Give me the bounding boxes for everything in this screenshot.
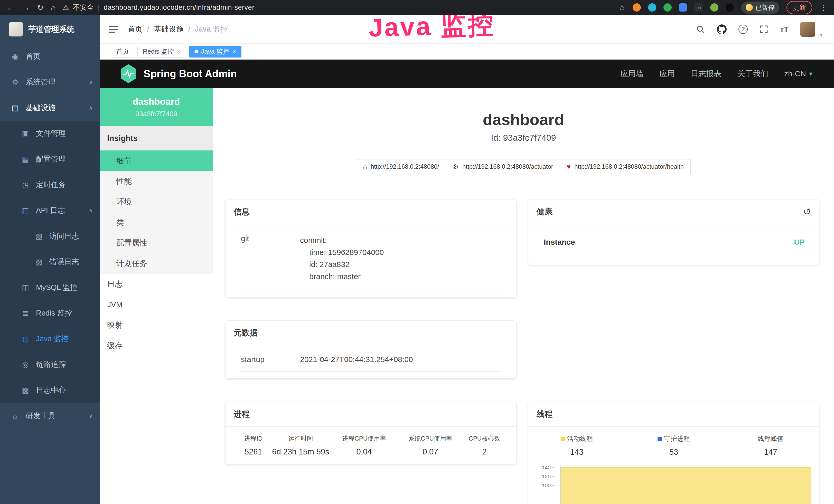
extension-icon-on-badge[interactable]: on <box>694 3 703 12</box>
sidebar-item-label: 日志中心 <box>36 385 66 395</box>
y-axis-tick: 140 <box>537 464 554 471</box>
sidebar-item-home[interactable]: ◉ 首页 <box>0 44 100 69</box>
hamburger-icon[interactable] <box>109 25 118 33</box>
search-icon[interactable] <box>696 25 705 34</box>
history-icon[interactable]: ↺ <box>803 206 811 217</box>
app-logo-row[interactable]: 芋道管理系统 <box>0 15 100 44</box>
tab-label: Redis 监控 <box>143 47 174 56</box>
app-sidebar: 芋道管理系统 ◉ 首页 ⚙ 系统管理 ∨ ▤ 基础设施 ∧ ▣ 文件管理 ▦ 配… <box>0 15 100 504</box>
extension-icon-4[interactable] <box>679 3 687 12</box>
extension-icon-1[interactable] <box>633 3 641 12</box>
sidebar-item-config[interactable]: ▦ 配置管理 <box>0 146 100 172</box>
tab-label: 首页 <box>116 47 129 56</box>
link-actuator-url[interactable]: ⚙ http://192.168.0.2:48080/actuator <box>446 159 560 174</box>
sidebar-item-label: 基础设施 <box>26 103 56 113</box>
sidebar-item-java-monitor[interactable]: ◍ Java 监控 <box>0 326 100 352</box>
breadcrumb-infrastructure[interactable]: 基础设施 <box>154 24 184 35</box>
sba-item-configprops[interactable]: 配置属性 <box>100 233 213 253</box>
sba-nav-applications[interactable]: 应用 <box>659 69 675 79</box>
sba-item-environment[interactable]: 环境 <box>100 191 213 212</box>
security-warning-icon[interactable]: ⚠ <box>63 4 69 12</box>
avatar-caret-icon[interactable]: ▾ <box>820 32 823 39</box>
link-health-url[interactable]: ♥ http://192.168.0.2:48080/actuator/heal… <box>560 159 691 174</box>
locale-selector[interactable]: zh-CN ▾ <box>784 69 812 78</box>
back-icon[interactable]: ← <box>7 4 15 12</box>
sba-nav-about[interactable]: 关于我们 <box>738 69 768 79</box>
tab-redis-monitor[interactable]: Redis 监控 × <box>137 46 186 58</box>
sba-item-jvm[interactable]: JVM <box>100 294 213 315</box>
sba-item-metrics[interactable]: 性能 <box>100 171 213 191</box>
sba-item-mappings[interactable]: 映射 <box>100 315 213 335</box>
kebab-menu-icon[interactable]: ⋮ <box>819 4 827 12</box>
github-icon[interactable] <box>717 24 727 34</box>
browser-home-icon[interactable]: ⌂ <box>51 4 56 12</box>
update-button[interactable]: 更新 <box>787 1 812 14</box>
sidebar-item-access-log[interactable]: ▧ 访问日志 <box>0 223 100 249</box>
legend-label: 守护进程 <box>664 434 690 443</box>
sidebar-item-label: 访问日志 <box>49 231 79 241</box>
forward-icon[interactable]: → <box>22 4 30 12</box>
legend-swatch-daemon-threads <box>658 437 662 441</box>
sidebar-item-label: 错误日志 <box>49 257 79 267</box>
sidebar-item-api-log[interactable]: ▥ API 日志 ∧ <box>0 198 100 223</box>
reload-icon[interactable]: ↻ <box>37 4 44 12</box>
sidebar-item-infrastructure[interactable]: ▤ 基础设施 ∧ <box>0 95 100 121</box>
sba-item-logs[interactable]: 日志 <box>100 274 213 294</box>
user-avatar[interactable] <box>800 22 815 37</box>
access-log-icon: ▧ <box>34 232 44 240</box>
process-col-value: 6d 23h 15m 59s <box>271 447 330 464</box>
sba-nav-wallboard[interactable]: 应用墙 <box>620 69 643 79</box>
extension-icon-2[interactable] <box>648 3 656 12</box>
info-card: 信息 git commit: time: 1596289704000 id: 2… <box>225 200 516 297</box>
card-title: 健康 <box>536 206 552 217</box>
sidebar-item-file-manager[interactable]: ▣ 文件管理 <box>0 121 100 146</box>
breadcrumb-home[interactable]: 首页 <box>128 24 142 35</box>
help-icon[interactable]: ? <box>739 25 748 34</box>
fullscreen-icon[interactable] <box>760 25 768 33</box>
font-size-icon[interactable]: тT <box>780 25 789 33</box>
instance-header[interactable]: dashboard 93a3fc7f7409 <box>100 88 213 126</box>
instance-id: 93a3fc7f7409 <box>135 110 177 118</box>
tab-java-monitor[interactable]: Java 监控 × <box>189 46 241 58</box>
sidebar-item-error-log[interactable]: ▨ 错误日志 <box>0 249 100 275</box>
process-col-header: CPU核心数 <box>463 434 506 443</box>
sba-item-scheduled-tasks[interactable]: 计划任务 <box>100 253 213 274</box>
paused-label: 已暂停 <box>755 3 775 12</box>
breadcrumb-separator: / <box>188 25 190 33</box>
threads-card: 线程 活动线程 143 守护进程 53 <box>528 402 819 504</box>
sidebar-item-trace[interactable]: ◎ 链路追踪 <box>0 352 100 377</box>
sba-item-classes[interactable]: 类 <box>100 212 213 233</box>
sidebar-item-system[interactable]: ⚙ 系统管理 ∨ <box>0 69 100 95</box>
profile-paused-badge[interactable]: 已暂停 <box>741 2 779 14</box>
file-manager-icon: ▣ <box>21 129 30 138</box>
sidebar-item-devtools[interactable]: ⌂ 研发工具 ∨ <box>0 403 100 429</box>
health-status-badge: UP <box>794 238 805 247</box>
extension-icon-6[interactable] <box>726 3 734 12</box>
config-icon: ▦ <box>21 155 30 164</box>
sidebar-item-cron[interactable]: ◷ 定时任务 <box>0 172 100 198</box>
security-label[interactable]: 不安全 <box>73 3 94 12</box>
process-col-header: 进程CPU使用率 <box>330 434 398 443</box>
process-col-value: 5261 <box>236 447 271 464</box>
sidebar-item-redis-monitor[interactable]: ≣ Redis 监控 <box>0 300 100 326</box>
spring-boot-admin-logo-icon <box>120 64 137 83</box>
infrastructure-icon: ▤ <box>10 104 20 112</box>
sba-brand-title[interactable]: Spring Boot Admin <box>144 68 237 79</box>
sba-item-caches[interactable]: 缓存 <box>100 335 213 356</box>
sba-navbar: Spring Boot Admin 应用墙 应用 日志报表 关于我们 zh-CN… <box>100 60 834 88</box>
sidebar-item-mysql-monitor[interactable]: ◫ MySQL 监控 <box>0 275 100 300</box>
extension-icon-5[interactable] <box>710 3 719 12</box>
sidebar-item-label: 首页 <box>26 51 41 62</box>
sidebar-item-label: 文件管理 <box>36 129 66 139</box>
sba-item-details[interactable]: 细节 <box>100 151 213 171</box>
tab-home[interactable]: 首页 <box>111 46 134 58</box>
sidebar-item-log-center[interactable]: ▩ 日志中心 <box>0 377 100 403</box>
address-bar[interactable]: ⚠ 不安全 | dashboard.yudao.iocoder.cn/infra… <box>63 3 611 12</box>
link-base-url[interactable]: ⌂ http://192.168.0.2:48080/ <box>356 159 446 174</box>
sba-nav-journal[interactable]: 日志报表 <box>691 69 722 79</box>
close-icon[interactable]: × <box>233 48 236 55</box>
extension-icon-3[interactable] <box>663 3 672 12</box>
bookmark-star-icon[interactable]: ☆ <box>618 4 626 12</box>
close-icon[interactable]: × <box>177 48 180 55</box>
url-text[interactable]: dashboard.yudao.iocoder.cn/infra/admin-s… <box>104 4 255 12</box>
